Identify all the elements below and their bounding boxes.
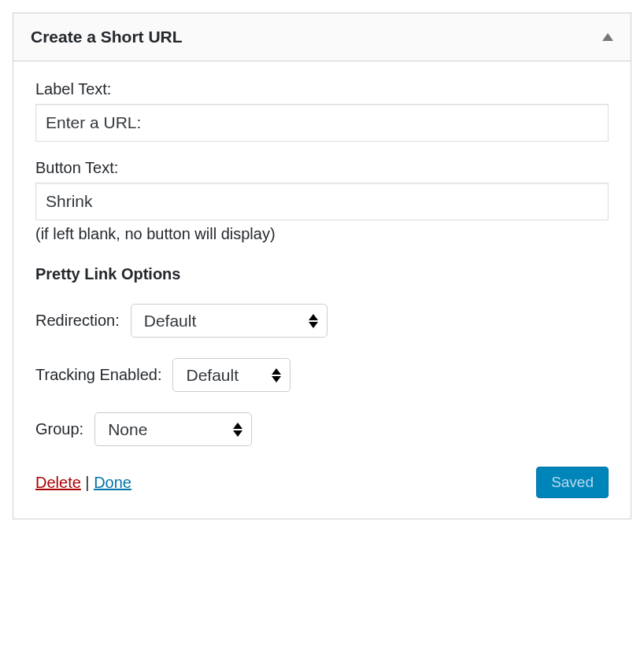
tracking-label: Tracking Enabled:: [35, 366, 161, 384]
widget-title: Create a Short URL: [31, 28, 183, 46]
button-text-label: Button Text:: [35, 159, 609, 177]
tracking-select-wrap: Default: [172, 358, 291, 392]
footer-links: Delete | Done: [35, 474, 131, 492]
svg-marker-0: [602, 33, 613, 41]
button-text-input[interactable]: [35, 183, 609, 220]
redirection-select[interactable]: Default: [131, 304, 328, 338]
group-label: Group:: [35, 420, 83, 438]
label-text-label: Label Text:: [35, 80, 609, 98]
button-text-help: (if left blank, no button will display): [35, 225, 609, 243]
label-text-field-group: Label Text:: [35, 80, 609, 142]
widget-footer: Delete | Done Saved: [35, 467, 609, 498]
done-link[interactable]: Done: [94, 474, 131, 491]
redirection-row: Redirection: Default: [35, 304, 609, 338]
widget-container: Create a Short URL Label Text: Button Te…: [13, 13, 631, 519]
label-text-input[interactable]: [35, 104, 609, 142]
redirection-label: Redirection:: [35, 312, 120, 330]
redirection-select-wrap: Default: [131, 304, 328, 338]
footer-separator: |: [81, 474, 94, 491]
widget-body: Label Text: Button Text: (if left blank,…: [13, 61, 631, 519]
group-select-wrap: None: [94, 412, 252, 446]
options-heading: Pretty Link Options: [35, 265, 609, 283]
tracking-select[interactable]: Default: [172, 358, 291, 392]
tracking-row: Tracking Enabled: Default: [35, 358, 609, 392]
delete-link[interactable]: Delete: [35, 474, 81, 491]
saved-button[interactable]: Saved: [536, 467, 609, 498]
collapse-toggle-icon: [602, 31, 613, 43]
group-row: Group: None: [35, 412, 609, 446]
button-text-field-group: Button Text: (if left blank, no button w…: [35, 159, 609, 243]
widget-header[interactable]: Create a Short URL: [13, 13, 631, 61]
group-select[interactable]: None: [94, 412, 252, 446]
